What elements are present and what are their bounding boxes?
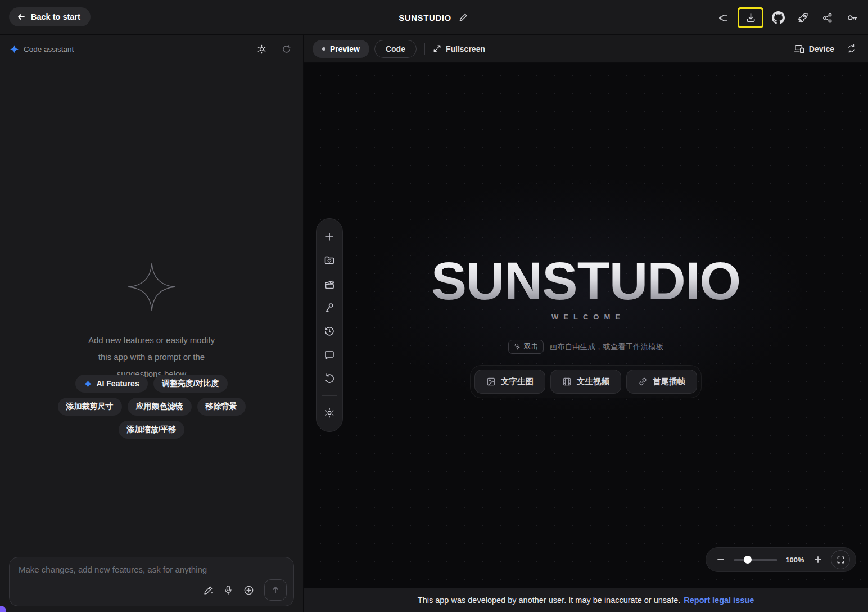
- film-icon: [562, 377, 572, 386]
- device-icon: [794, 43, 804, 54]
- double-click-icon: [514, 344, 521, 350]
- gear-icon: [256, 44, 267, 55]
- zoom-slider-thumb[interactable]: [744, 556, 752, 564]
- hero-title: SUNSTUDIO: [304, 254, 868, 308]
- mic-icon: [223, 585, 233, 595]
- minus-icon: [717, 556, 725, 564]
- link-icon: [638, 377, 648, 386]
- suggestion-remove-background[interactable]: 移除背景: [197, 398, 246, 416]
- diamond-outline-icon: [126, 261, 178, 313]
- suggestion-color-filter[interactable]: 应用颜色滤镜: [128, 398, 192, 416]
- back-to-start-button[interactable]: Back to start: [9, 7, 91, 26]
- assistant-header: Code assistant: [0, 35, 303, 63]
- frame-interpolation-button[interactable]: 首尾插帧: [626, 370, 697, 394]
- design-canvas[interactable]: SUNSTUDIO WELCOME 双击 画布自由生成，或查: [304, 63, 868, 588]
- top-bar-actions: [713, 7, 862, 28]
- assistant-settings-button[interactable]: [255, 42, 268, 56]
- api-key-button[interactable]: [842, 8, 862, 28]
- download-highlight-box: [738, 7, 763, 28]
- pencil-icon: [459, 13, 468, 22]
- plus-circle-icon: [243, 585, 254, 596]
- zoom-slider[interactable]: [734, 556, 777, 564]
- double-click-badge: 双击: [508, 340, 544, 354]
- prompt-input-card: [9, 557, 294, 606]
- zoom-in-button[interactable]: [812, 554, 824, 565]
- device-button[interactable]: Device: [794, 43, 834, 54]
- canvas-hint-row: 双击 画布自由生成，或查看工作流模板: [304, 340, 868, 354]
- suggestion-brightness-contrast[interactable]: 调整亮度/对比度: [153, 375, 228, 393]
- suggestion-ai-features[interactable]: AI Features: [75, 375, 147, 393]
- assistant-empty-state: Add new features or easily modify this a…: [0, 261, 303, 382]
- assistant-header-label: Code assistant: [24, 45, 74, 53]
- plus-icon: [814, 556, 822, 564]
- sparkle-icon: [84, 380, 92, 388]
- text-to-image-button[interactable]: 文字生图: [474, 370, 545, 394]
- arrow-left-icon: [17, 12, 26, 21]
- share-icon: [822, 12, 833, 24]
- suggestion-crop-size[interactable]: 添加裁剪尺寸: [58, 398, 122, 416]
- zoom-level: 100%: [785, 556, 805, 564]
- canvas-hero: SUNSTUDIO WELCOME 双击 画布自由生成，或查: [304, 254, 868, 398]
- preview-header: Preview Code Fullscreen Devi: [304, 35, 868, 63]
- arrow-up-icon: [271, 586, 280, 595]
- fit-view-button[interactable]: [831, 550, 850, 569]
- divider: [635, 317, 676, 317]
- gear-icon: [324, 407, 335, 418]
- download-button[interactable]: [742, 10, 759, 26]
- top-bar: Back to start SUNSTUDIO: [0, 0, 868, 35]
- share-button[interactable]: [817, 8, 838, 28]
- assistant-header-actions: [255, 42, 293, 56]
- preview-panel: Preview Code Fullscreen Devi: [304, 35, 868, 612]
- chip-row: AI Features 调整亮度/对比度: [75, 375, 227, 393]
- active-dot-icon: [322, 47, 326, 51]
- canvas-hint-text: 画布自由生成，或查看工作流模板: [550, 342, 664, 352]
- suggestion-zoom-pan[interactable]: 添加缩放/平移: [119, 421, 185, 439]
- project-title: SUNSTUDIO: [399, 13, 451, 22]
- voice-input-button[interactable]: [220, 582, 236, 598]
- expand-icon: [433, 44, 441, 53]
- report-legal-issue-link[interactable]: Report legal issue: [684, 596, 754, 605]
- assistant-panel: Code assistant: [0, 35, 304, 612]
- zoom-out-button[interactable]: [715, 554, 726, 565]
- divider: [496, 317, 536, 317]
- suggestion-chips: AI Features 调整亮度/对比度 添加裁剪尺寸 应用颜色滤镜 移除背景 …: [0, 375, 303, 439]
- fullscreen-button[interactable]: Fullscreen: [433, 44, 485, 53]
- enhance-prompt-button[interactable]: [200, 582, 216, 598]
- canvas-actions-group: 文字生图 文生视频: [470, 365, 702, 398]
- chip-row: 添加缩放/平移: [119, 421, 185, 439]
- reload-icon: [847, 44, 856, 53]
- main-area: Code assistant: [0, 35, 868, 612]
- text-to-video-button[interactable]: 文生视频: [550, 370, 621, 394]
- deploy-button[interactable]: [793, 8, 813, 28]
- sparkle-icon: [10, 45, 19, 53]
- corner-accent: [0, 606, 6, 612]
- zoom-slider-track[interactable]: [734, 559, 777, 561]
- project-title-group: SUNSTUDIO: [399, 0, 469, 35]
- branch-button[interactable]: [713, 8, 733, 28]
- edit-title-button[interactable]: [457, 11, 469, 24]
- tab-preview[interactable]: Preview: [313, 40, 369, 58]
- download-icon: [745, 12, 756, 23]
- fit-view-icon: [837, 556, 845, 564]
- hero-subtitle: WELCOME: [546, 313, 625, 321]
- github-button[interactable]: [768, 8, 788, 28]
- app-window: Back to start SUNSTUDIO: [0, 0, 868, 612]
- disclaimer-text: This app was developed by another user. …: [418, 596, 681, 605]
- attach-button[interactable]: [241, 582, 256, 598]
- disclaimer-bar: This app was developed by another user. …: [304, 588, 868, 612]
- chip-row: 添加裁剪尺寸 应用颜色滤镜 移除背景: [58, 398, 246, 416]
- back-to-start-label: Back to start: [31, 12, 80, 21]
- prompt-input-actions: [200, 579, 287, 601]
- assistant-refresh-button[interactable]: [279, 42, 293, 56]
- reload-preview-button[interactable]: [843, 41, 859, 57]
- github-icon: [772, 11, 785, 24]
- tab-code[interactable]: Code: [374, 40, 417, 58]
- assistant-title-group: Code assistant: [10, 45, 74, 53]
- rocket-icon: [797, 12, 809, 24]
- add-node-button[interactable]: [320, 228, 338, 246]
- send-prompt-button[interactable]: [264, 579, 287, 601]
- divider: [424, 43, 425, 55]
- canvas-settings-button[interactable]: [320, 404, 338, 422]
- hero-subtitle-row: WELCOME: [304, 313, 868, 321]
- refresh-icon: [282, 44, 291, 54]
